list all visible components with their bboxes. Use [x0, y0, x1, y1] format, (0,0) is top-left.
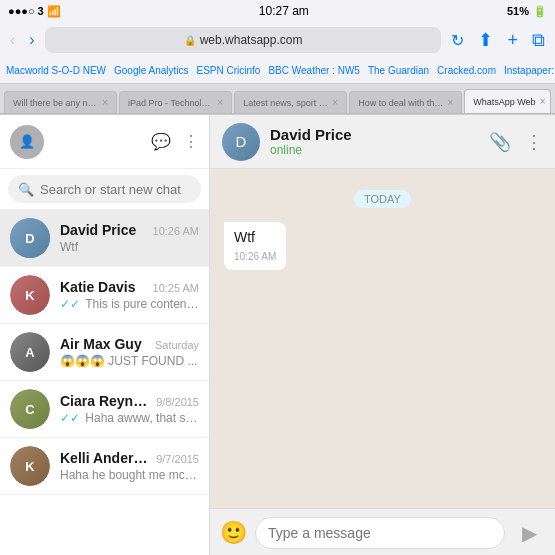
date-badge: TODAY [354, 190, 411, 208]
battery-percent: 51% [507, 5, 529, 17]
tab-2-label: Latest news, sport and comm... [243, 98, 328, 108]
chat-name-katie: Katie Davis [60, 279, 135, 295]
chat-item-airmax[interactable]: A Air Max Guy Saturday 😱😱😱 JUST FOUND ..… [0, 324, 209, 381]
lock-icon: 🔒 [184, 35, 196, 46]
chat-time-airmax: Saturday [155, 339, 199, 351]
bookmark-google-analytics[interactable]: Google Analytics [114, 65, 189, 76]
chat-name-airmax: Air Max Guy [60, 336, 142, 352]
share-button[interactable]: ⬆ [474, 27, 497, 53]
new-tab-button[interactable]: + [503, 28, 522, 53]
chat-time-katie: 10:25 AM [153, 282, 199, 294]
messages-area: TODAY Wtf 10:26 AM [210, 169, 555, 508]
date-divider: TODAY [224, 189, 541, 208]
bookmark-instapaper[interactable]: Instapaper: Read Later [504, 65, 555, 76]
search-bar: 🔍 [0, 169, 209, 210]
chat-time-kelli: 9/7/2015 [156, 453, 199, 465]
double-tick-ciara: ✓✓ [60, 411, 80, 425]
address-url: web.whatsapp.com [200, 33, 303, 47]
message-bubble-0: Wtf 10:26 AM [224, 222, 286, 270]
chat-preview-ciara: ✓✓ Haha awww, that sound... [60, 411, 199, 425]
chat-item-katie[interactable]: K Katie Davis 10:25 AM ✓✓ This is pure c… [0, 267, 209, 324]
my-avatar[interactable]: 👤 [10, 125, 44, 159]
chat-header-actions: 📎 ⋮ [489, 131, 543, 153]
chat-preview-airmax: 😱😱😱 JUST FOUND ... [60, 354, 199, 368]
search-icon: 🔍 [18, 182, 34, 197]
sidebar-header: 👤 💬 ⋮ [0, 115, 209, 169]
chat-name-david: David Price [60, 222, 136, 238]
tab-4-whatsapp[interactable]: WhatsApp Web × [464, 89, 551, 113]
chat-header-status: online [270, 143, 479, 157]
tab-3[interactable]: How to deal with the 'gentle... × [349, 91, 462, 113]
chat-header-avatar: D [222, 123, 260, 161]
tab-1-close[interactable]: × [217, 97, 223, 108]
address-bar[interactable]: 🔒 web.whatsapp.com [45, 27, 442, 53]
bookmark-espn[interactable]: ESPN Cricinfo [197, 65, 261, 76]
chat-header: D David Price online 📎 ⋮ [210, 115, 555, 169]
tab-1-label: iPad Pro - Technology - Apple [128, 98, 213, 108]
sidebar: 👤 💬 ⋮ 🔍 D David Price [0, 115, 210, 555]
wifi-icon: 📶 [47, 5, 61, 18]
status-battery: 51% 🔋 [507, 5, 547, 18]
avatar-ciara: C [10, 389, 50, 429]
chat-menu-button[interactable]: ⋮ [525, 131, 543, 153]
message-input[interactable] [255, 517, 505, 549]
input-bar: 🙂 ▶ [210, 508, 555, 555]
browser-chrome: ‹ › 🔒 web.whatsapp.com ↻ ⬆ + ⧉ Macworld … [0, 22, 555, 115]
bookmark-guardian[interactable]: The Guardian [368, 65, 429, 76]
tab-1[interactable]: iPad Pro - Technology - Apple × [119, 91, 232, 113]
chat-header-name: David Price [270, 126, 479, 143]
back-button[interactable]: ‹ [6, 29, 19, 51]
reload-button[interactable]: ↻ [447, 29, 468, 52]
carrier-label: 3 [38, 5, 44, 17]
avatar-airmax: A [10, 332, 50, 372]
emoji-button[interactable]: 🙂 [220, 520, 247, 546]
tabs-bar: Will there be any new expans... × iPad P… [0, 84, 555, 114]
chat-preview-katie: ✓✓ This is pure content gol... [60, 297, 199, 311]
search-input-wrap[interactable]: 🔍 [8, 175, 201, 203]
browser-toolbar: ‹ › 🔒 web.whatsapp.com ↻ ⬆ + ⧉ [0, 22, 555, 58]
tab-4-label: WhatsApp Web [473, 97, 535, 107]
bookmark-cracked[interactable]: Cracked.com [437, 65, 496, 76]
search-input[interactable] [40, 182, 191, 197]
chat-info-david: David Price 10:26 AM Wtf [60, 222, 199, 254]
bookmark-macworld[interactable]: Macworld S-O-D NEW [6, 65, 106, 76]
tab-3-label: How to deal with the 'gentle... [358, 98, 443, 108]
battery-icon: 🔋 [533, 5, 547, 18]
message-time-0: 10:26 AM [234, 250, 276, 264]
send-button[interactable]: ▶ [513, 517, 545, 549]
tab-2-close[interactable]: × [332, 97, 338, 108]
message-text-0: Wtf [234, 228, 276, 248]
chat-item-david[interactable]: D David Price 10:26 AM Wtf [0, 210, 209, 267]
chat-list: D David Price 10:26 AM Wtf K Katie [0, 210, 209, 555]
status-time: 10:27 am [259, 4, 309, 18]
signal-dots: ●●●○ [8, 5, 35, 17]
chat-info-katie: Katie Davis 10:25 AM ✓✓ This is pure con… [60, 279, 199, 311]
tabs-button[interactable]: ⧉ [528, 28, 549, 53]
attach-button[interactable]: 📎 [489, 131, 511, 153]
chat-header-info: David Price online [270, 126, 479, 157]
chat-item-ciara[interactable]: C Ciara Reynolds 9/8/2015 ✓✓ Haha awww, … [0, 381, 209, 438]
tab-2[interactable]: Latest news, sport and comm... × [234, 91, 347, 113]
chat-time-david: 10:26 AM [153, 225, 199, 237]
avatar-katie: K [10, 275, 50, 315]
bookmarks-bar: Macworld S-O-D NEW Google Analytics ESPN… [0, 58, 555, 84]
avatar-david: D [10, 218, 50, 258]
chat-item-kelli[interactable]: K Kelli Anderson 9/7/2015 Haha he bought… [0, 438, 209, 495]
tab-0-close[interactable]: × [102, 97, 108, 108]
tab-0-label: Will there be any new expans... [13, 98, 98, 108]
tab-0[interactable]: Will there be any new expans... × [4, 91, 117, 113]
menu-icon[interactable]: ⋮ [183, 132, 199, 151]
double-tick-icon: ✓✓ [60, 297, 80, 311]
tab-3-close[interactable]: × [447, 97, 453, 108]
my-avatar-face: 👤 [10, 125, 44, 159]
status-bar: ●●●○ 3 📶 10:27 am 51% 🔋 [0, 0, 555, 22]
chat-name-kelli: Kelli Anderson [60, 450, 152, 466]
new-chat-icon[interactable]: 💬 [151, 132, 171, 151]
status-signal: ●●●○ 3 📶 [8, 5, 61, 18]
forward-button[interactable]: › [25, 29, 38, 51]
chat-preview-david: Wtf [60, 240, 199, 254]
app-area: 👤 💬 ⋮ 🔍 D David Price [0, 115, 555, 555]
tab-4-close[interactable]: × [540, 96, 546, 107]
bookmark-bbc[interactable]: BBC Weather : NW5 [268, 65, 360, 76]
chat-main: D David Price online 📎 ⋮ TODAY Wtf 10:26… [210, 115, 555, 555]
